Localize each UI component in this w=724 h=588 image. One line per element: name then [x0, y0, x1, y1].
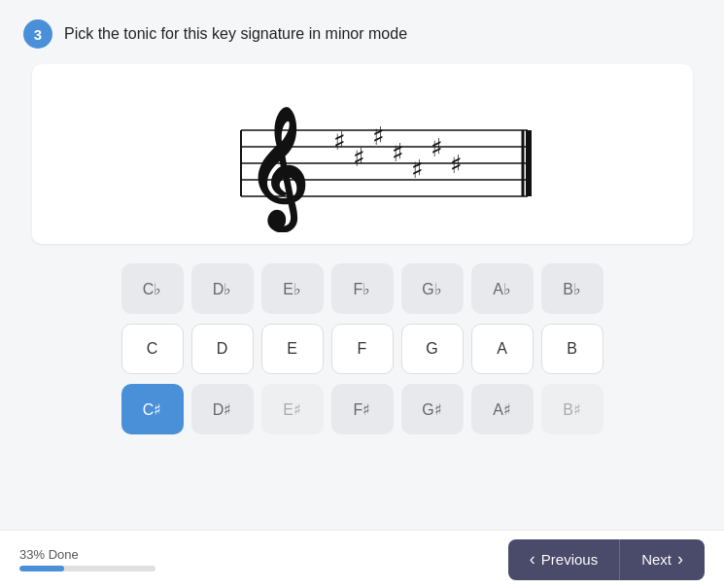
svg-text:♯: ♯: [450, 151, 463, 179]
note-buttons: C♭D♭E♭F♭G♭A♭B♭CDEFGABC♯D♯E♯F♯G♯A♯B♯: [129, 263, 596, 434]
note-btn-b[interactable]: B: [541, 324, 603, 374]
staff-svg: 𝄞 ♯ ♯ ♯ ♯ ♯ ♯ ♯: [183, 77, 542, 232]
previous-button[interactable]: ‹ Previous: [508, 539, 619, 580]
note-btn-c[interactable]: C: [121, 324, 184, 374]
question-text: Pick the tonic for this key signature in…: [64, 25, 407, 43]
svg-text:♯: ♯: [411, 156, 424, 184]
progress-bar-track: [19, 566, 155, 571]
note-btn-bb[interactable]: B♭: [541, 263, 603, 314]
note-btn-gs[interactable]: G♯: [401, 384, 464, 434]
note-btn-ds[interactable]: D♯: [191, 384, 254, 434]
note-row-2: C♯D♯E♯F♯G♯A♯B♯: [121, 384, 603, 434]
progress-area: 33% Done: [19, 547, 155, 571]
note-btn-as[interactable]: A♯: [471, 384, 534, 434]
note-btn-a[interactable]: A: [471, 324, 534, 374]
note-btn-e[interactable]: E: [261, 324, 324, 374]
note-btn-cs[interactable]: C♯: [121, 384, 184, 434]
chevron-right-icon: ›: [677, 549, 683, 570]
note-btn-db[interactable]: D♭: [191, 263, 254, 314]
next-button[interactable]: Next ›: [620, 539, 705, 580]
note-btn-ab[interactable]: A♭: [471, 263, 534, 314]
note-btn-es[interactable]: E♯: [261, 384, 324, 434]
note-row-0: C♭D♭E♭F♭G♭A♭B♭: [121, 263, 603, 314]
svg-text:♯: ♯: [431, 134, 443, 162]
progress-label: 33% Done: [19, 547, 155, 562]
note-btn-fs[interactable]: F♯: [331, 384, 394, 434]
note-btn-bs[interactable]: B♯: [541, 384, 603, 434]
progress-bar-fill: [19, 566, 64, 571]
svg-text:♯: ♯: [392, 139, 404, 167]
note-btn-gb[interactable]: G♭: [401, 263, 464, 314]
svg-text:♯: ♯: [333, 127, 346, 156]
svg-text:𝄞: 𝄞: [246, 107, 306, 232]
svg-text:♯: ♯: [372, 122, 385, 151]
note-btn-fb[interactable]: F♭: [331, 263, 394, 314]
note-btn-g[interactable]: G: [401, 324, 464, 374]
step-badge: 3: [23, 19, 52, 49]
note-btn-cb[interactable]: C♭: [121, 263, 184, 314]
note-row-1: CDEFGAB: [121, 324, 603, 374]
main-content: 3 Pick the tonic for this key signature …: [0, 0, 724, 530]
question-header: 3 Pick the tonic for this key signature …: [23, 19, 701, 49]
note-btn-d[interactable]: D: [191, 324, 254, 374]
nav-buttons: ‹ Previous Next ›: [508, 539, 705, 580]
chevron-left-icon: ‹: [530, 549, 535, 570]
staff-area: 𝄞 ♯ ♯ ♯ ♯ ♯ ♯ ♯: [32, 64, 693, 244]
footer: 33% Done ‹ Previous Next ›: [0, 530, 724, 588]
svg-text:♯: ♯: [353, 144, 365, 172]
note-btn-f[interactable]: F: [331, 324, 394, 374]
note-btn-eb[interactable]: E♭: [261, 263, 324, 314]
